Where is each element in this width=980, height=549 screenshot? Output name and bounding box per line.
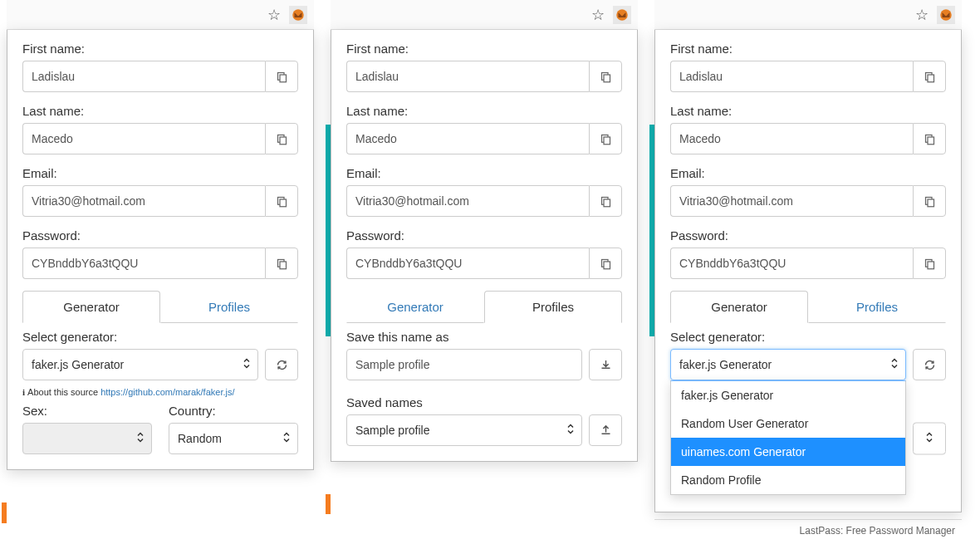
first-name-label: First name: — [346, 42, 622, 56]
copy-icon — [924, 71, 936, 83]
svg-rect-13 — [604, 137, 610, 145]
chevron-updown-icon — [566, 424, 575, 438]
copy-password-button[interactable] — [265, 248, 298, 279]
copy-icon — [600, 257, 612, 270]
info-icon: i — [22, 387, 25, 397]
last-name-label: Last name: — [346, 104, 622, 118]
first-name-input[interactable] — [670, 61, 913, 92]
copy-icon — [276, 71, 288, 83]
svg-rect-22 — [928, 137, 934, 145]
tab-generator[interactable]: Generator — [22, 291, 160, 323]
load-button[interactable] — [589, 414, 622, 446]
dropdown-option-selected[interactable]: uinames.com Generator — [671, 438, 905, 466]
copy-password-button[interactable] — [913, 248, 946, 279]
svg-rect-24 — [928, 199, 934, 207]
svg-rect-15 — [604, 199, 610, 207]
svg-point-0 — [292, 9, 304, 21]
copy-icon — [276, 257, 288, 270]
chevron-updown-icon — [136, 432, 145, 446]
refresh-icon — [276, 359, 288, 371]
last-name-input[interactable] — [22, 123, 265, 154]
tab-generator[interactable]: Generator — [670, 291, 808, 323]
password-label: Password: — [346, 228, 622, 243]
footer-hint: LastPass: Free Password Manager — [654, 519, 962, 542]
tab-profiles[interactable]: Profiles — [808, 291, 946, 323]
last-name-label: Last name: — [670, 104, 946, 118]
chevron-updown-icon — [890, 358, 899, 372]
password-input[interactable] — [670, 248, 913, 279]
bg-decoration — [2, 502, 7, 523]
copy-email-button[interactable] — [913, 185, 946, 217]
copy-last-name-button[interactable] — [589, 123, 622, 154]
svg-point-9 — [616, 9, 628, 21]
copy-password-button[interactable] — [589, 248, 622, 279]
bookmark-star-icon[interactable]: ☆ — [267, 6, 281, 24]
panel-generator-tab: ☆ First name: Last name: Email: — [7, 0, 314, 542]
copy-first-name-button[interactable] — [589, 61, 622, 92]
copy-icon — [276, 133, 288, 145]
bookmark-star-icon[interactable]: ☆ — [915, 6, 929, 24]
svg-rect-6 — [280, 199, 287, 207]
select-generator-label: Select generator: — [22, 330, 298, 344]
first-name-label: First name: — [22, 42, 298, 56]
password-input[interactable] — [346, 248, 589, 279]
password-label: Password: — [670, 228, 946, 243]
last-name-input[interactable] — [346, 123, 589, 154]
copy-email-button[interactable] — [589, 185, 622, 217]
extension-icon[interactable] — [613, 6, 631, 24]
country-select[interactable]: Random — [169, 423, 298, 454]
select-generator-label: Select generator: — [670, 330, 946, 344]
browser-toolbar: ☆ — [331, 0, 638, 30]
extension-icon[interactable] — [937, 6, 955, 24]
tab-profiles[interactable]: Profiles — [160, 291, 298, 323]
browser-toolbar: ☆ — [7, 0, 314, 30]
dropdown-option[interactable]: Random User Generator — [671, 409, 905, 438]
email-input[interactable] — [22, 185, 265, 217]
first-name-input[interactable] — [22, 61, 265, 92]
extension-popup: First name: Last name: Email: — [7, 30, 314, 470]
copy-last-name-button[interactable] — [913, 123, 946, 154]
panel-profiles-tab: ☆ First name: Last name: Email: — [331, 0, 638, 542]
country-label: Country: — [169, 404, 298, 418]
bookmark-star-icon[interactable]: ☆ — [591, 6, 605, 24]
about-source-link[interactable]: https://github.com/marak/faker.js/ — [100, 387, 234, 397]
email-input[interactable] — [670, 185, 913, 217]
last-name-label: Last name: — [22, 104, 298, 118]
copy-email-button[interactable] — [265, 185, 298, 217]
first-name-input[interactable] — [346, 61, 589, 92]
hidden-select-caret[interactable] — [913, 423, 946, 455]
dropdown-option[interactable]: faker.js Generator — [671, 381, 905, 409]
copy-first-name-button[interactable] — [265, 61, 298, 92]
bg-decoration — [326, 494, 331, 514]
copy-last-name-button[interactable] — [265, 123, 298, 154]
tab-profiles[interactable]: Profiles — [484, 291, 622, 323]
fox-icon — [938, 7, 953, 22]
refresh-button[interactable] — [913, 349, 946, 380]
extension-popup: First name: Last name: Email: — [331, 30, 638, 462]
copy-icon — [924, 257, 936, 270]
svg-rect-11 — [604, 75, 610, 82]
copy-icon — [600, 71, 612, 83]
dropdown-option[interactable]: Random Profile — [671, 466, 905, 494]
email-label: Email: — [22, 166, 298, 180]
generator-select[interactable]: faker.js Generator — [670, 349, 906, 380]
saved-names-label: Saved names — [346, 395, 622, 409]
refresh-button[interactable] — [265, 349, 298, 380]
save-button[interactable] — [589, 349, 622, 380]
svg-rect-2 — [280, 75, 287, 82]
save-name-input[interactable] — [346, 349, 582, 380]
sex-select[interactable] — [22, 423, 152, 454]
tab-generator[interactable]: Generator — [346, 291, 484, 323]
generator-select[interactable]: faker.js Generator — [22, 349, 258, 380]
extension-icon[interactable] — [289, 6, 307, 24]
generator-dropdown-menu: faker.js Generator Random User Generator… — [670, 380, 906, 495]
email-label: Email: — [670, 166, 946, 180]
copy-first-name-button[interactable] — [913, 61, 946, 92]
saved-names-select[interactable]: Sample profile — [346, 414, 582, 446]
panel-dropdown-open: ☆ First name: Last name: Email: — [654, 0, 962, 542]
svg-point-18 — [940, 9, 952, 21]
email-input[interactable] — [346, 185, 589, 217]
copy-icon — [276, 195, 288, 208]
password-input[interactable] — [22, 248, 265, 279]
last-name-input[interactable] — [670, 123, 913, 154]
